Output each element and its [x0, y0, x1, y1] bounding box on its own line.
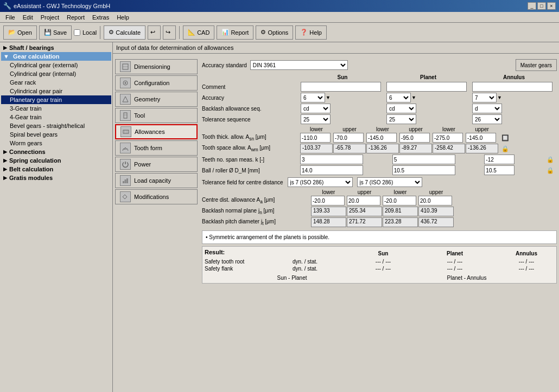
- tooth-thick-annulus-upper[interactable]: [466, 133, 496, 143]
- nav-power[interactable]: Power: [115, 157, 198, 172]
- tolerance-center-planet-select[interactable]: js 7 (ISO 286): [357, 177, 422, 187]
- calculate-button[interactable]: ⚙ Calculate: [104, 25, 145, 40]
- center-upper-2-header: upper: [418, 189, 454, 195]
- nav-modifications[interactable]: Modifications: [115, 189, 198, 204]
- sidebar-item-cyl-ext[interactable]: Cylindrical gear (external): [1, 61, 111, 69]
- minimize-btn[interactable]: _: [528, 2, 536, 10]
- center-dist-sun-upper[interactable]: [347, 196, 380, 205]
- teeth-span-planet[interactable]: [392, 155, 455, 164]
- sidebar-group-gratis[interactable]: ▶ Gratis modules: [1, 173, 111, 182]
- undo-button[interactable]: ↩: [148, 25, 161, 40]
- geometry-icon: [120, 94, 131, 105]
- modifications-icon: [120, 191, 131, 202]
- nav-configuration[interactable]: Configuration: [115, 75, 198, 91]
- result-header: Result:: [205, 249, 291, 255]
- tolerance-seq-label: Tolerance sequence: [202, 117, 300, 123]
- center-upper-1-header: upper: [347, 189, 382, 195]
- accuracy-annulus-select[interactable]: 7: [472, 93, 497, 102]
- safety-flank-sun: --- / ---: [348, 266, 418, 272]
- close-btn[interactable]: ×: [547, 2, 556, 10]
- sun-lower-header: lower: [300, 126, 333, 132]
- sidebar-group-shaft[interactable]: ▶ Shaft / bearings: [1, 43, 111, 52]
- ball-roller-sun[interactable]: [300, 165, 363, 175]
- sidebar-group-belt[interactable]: ▶ Belt calculation: [1, 165, 111, 173]
- open-button[interactable]: 📂 Open: [3, 25, 37, 40]
- nav-tool[interactable]: Tool: [115, 108, 198, 123]
- menu-edit[interactable]: Edit: [20, 14, 36, 21]
- local-checkbox[interactable]: [74, 29, 80, 36]
- sidebar-group-gear[interactable]: ▼ Gear calculation: [1, 52, 111, 61]
- tolerance-annulus-select[interactable]: 26: [472, 114, 502, 124]
- tooth-space-lock-icon: 🔒: [499, 145, 512, 152]
- tooth-thick-planet-lower[interactable]: [366, 133, 397, 143]
- backlash-annulus-select[interactable]: d: [472, 104, 502, 113]
- sidebar-item-4gear[interactable]: 4-Gear train: [1, 113, 111, 121]
- tolerance-sun-select[interactable]: 25: [301, 114, 331, 124]
- teeth-span-sun[interactable]: [300, 155, 363, 164]
- teeth-span-lock-icon: 🔒: [544, 156, 557, 163]
- maximize-btn[interactable]: □: [537, 2, 546, 10]
- save-button[interactable]: 💾 Save: [39, 25, 72, 40]
- tooth-thick-sun-upper[interactable]: [333, 133, 364, 143]
- teeth-span-annulus[interactable]: [484, 155, 514, 164]
- comment-sun-input[interactable]: [301, 82, 381, 92]
- sidebar-item-planetary[interactable]: Planetary gear train: [1, 95, 111, 104]
- save-icon: 💾: [44, 29, 52, 36]
- sidebar-item-bevel[interactable]: Bevel gears - straight/helical: [1, 121, 111, 130]
- safety-flank-dyn: dyn. / stat.: [293, 266, 347, 272]
- spring-arrow-icon: ▶: [3, 158, 7, 163]
- accuracy-standard-select[interactable]: DIN 3961: [250, 60, 348, 70]
- cad-button[interactable]: 📐 CAD: [183, 25, 214, 40]
- sidebar-item-worm[interactable]: Worm gears: [1, 139, 111, 147]
- options-button[interactable]: ⚙ Options: [256, 25, 293, 40]
- ball-roller-planet[interactable]: [392, 165, 455, 175]
- center-dist-planet-upper[interactable]: [418, 196, 452, 205]
- master-gears-button[interactable]: Master gears: [516, 59, 557, 71]
- backlash-sun-select[interactable]: cd: [301, 104, 331, 113]
- menu-extras[interactable]: Extras: [89, 14, 112, 21]
- comment-planet-input[interactable]: [386, 82, 467, 92]
- safety-tooth-root-planet: --- / ---: [420, 259, 490, 265]
- nav-geometry[interactable]: Geometry: [115, 92, 198, 107]
- tooth-thick-annulus-lower[interactable]: [433, 133, 463, 143]
- sidebar-item-gear-rack[interactable]: Gear rack: [1, 78, 111, 87]
- safety-tooth-root-label: Safety tooth root: [205, 259, 291, 265]
- nav-load-capacity[interactable]: Load capacity: [115, 173, 198, 188]
- report-button[interactable]: 📊 Report: [217, 25, 253, 40]
- tolerance-center-sun-select[interactable]: js 7 (ISO 286): [288, 177, 353, 187]
- ball-roller-annulus[interactable]: [484, 165, 514, 175]
- menu-file[interactable]: File: [2, 14, 18, 21]
- accuracy-sun-select[interactable]: 6: [301, 93, 325, 102]
- tolerance-planet-select[interactable]: 25: [386, 114, 416, 124]
- cad-icon: 📐: [188, 29, 195, 36]
- tooth-thick-sun-lower[interactable]: [300, 133, 331, 143]
- sidebar-group-spring[interactable]: ▶ Spring calculation: [1, 156, 111, 165]
- help-button[interactable]: ❓ Help: [295, 25, 327, 40]
- gratis-arrow-icon: ▶: [3, 175, 7, 181]
- menu-help[interactable]: Help: [113, 14, 132, 21]
- sidebar-item-cyl-pair[interactable]: Cylindrical gear pair: [1, 87, 111, 95]
- center-dist-planet-lower[interactable]: [383, 196, 416, 205]
- sidebar-item-spiral[interactable]: Spiral bevel gears: [1, 130, 111, 139]
- center-lower-2-header: lower: [383, 189, 418, 195]
- ball-roller-label: Ball / roller Ø D_M [mm]: [202, 168, 300, 173]
- sidebar-item-cyl-int[interactable]: Cylindrical gear (internal): [1, 69, 111, 78]
- nav-dimensioning[interactable]: Dimensioning: [115, 59, 198, 74]
- nav-allowances[interactable]: Allowances: [115, 124, 198, 139]
- sidebar-group-connections[interactable]: ▶ Connections: [1, 147, 111, 156]
- accuracy-planet-select[interactable]: 6: [386, 93, 411, 102]
- comment-annulus-input[interactable]: [472, 82, 552, 92]
- backlash-planet-select[interactable]: cd: [386, 104, 416, 113]
- sun-header: Sun: [300, 74, 385, 80]
- center-dist-sun-lower[interactable]: [311, 196, 345, 205]
- menu-report[interactable]: Report: [63, 14, 88, 21]
- connections-arrow-icon: ▶: [3, 149, 7, 155]
- sun-upper-header: upper: [333, 126, 366, 132]
- backlash-normal-planet-lower: 209.81: [383, 207, 418, 216]
- sidebar-item-3gear[interactable]: 3-Gear train: [1, 104, 111, 113]
- redo-button[interactable]: ↪: [163, 25, 176, 40]
- nav-tooth-form[interactable]: Tooth form: [115, 140, 198, 156]
- menu-project[interactable]: Project: [37, 14, 62, 21]
- window-controls[interactable]: _ □ ×: [528, 2, 556, 10]
- tooth-thick-planet-upper[interactable]: [399, 133, 430, 143]
